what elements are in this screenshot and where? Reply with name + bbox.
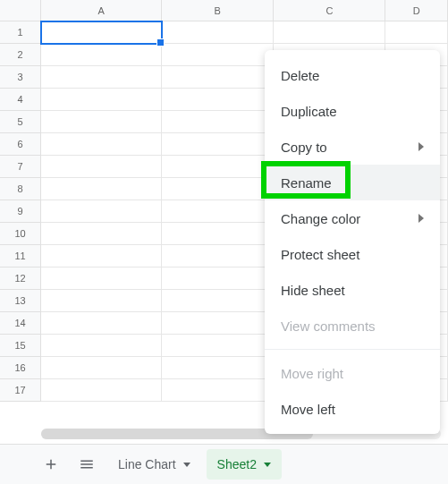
column-header-B[interactable]: B	[162, 0, 274, 21]
row-header[interactable]: 5	[0, 111, 41, 133]
cell[interactable]	[162, 89, 274, 111]
menu-icon	[79, 456, 95, 472]
row-header[interactable]: 4	[0, 89, 41, 111]
row-header[interactable]: 3	[0, 66, 41, 89]
cell[interactable]	[162, 245, 274, 267]
menu-item-label: Hide sheet	[281, 283, 345, 298]
cell[interactable]	[162, 178, 274, 200]
menu-item-label: Rename	[281, 175, 332, 191]
cell[interactable]	[162, 156, 274, 178]
column-header-C[interactable]: C	[274, 0, 385, 21]
row-header[interactable]: 11	[0, 245, 41, 267]
menu-item-duplicate[interactable]: Duplicate	[265, 93, 440, 129]
menu-item-hide-sheet[interactable]: Hide sheet	[265, 272, 440, 308]
cell[interactable]	[162, 44, 274, 66]
menu-item-move-left[interactable]: Move left	[265, 391, 440, 427]
cell[interactable]	[41, 156, 162, 178]
row-header[interactable]: 8	[0, 178, 41, 200]
select-all-corner[interactable]	[0, 0, 41, 21]
chevron-right-icon	[418, 142, 424, 151]
sheet-tab-sheet2[interactable]: Sheet2	[207, 449, 282, 480]
menu-item-label: Move left	[281, 402, 335, 417]
row-header[interactable]: 12	[0, 267, 41, 290]
cell[interactable]	[41, 21, 162, 44]
cell[interactable]	[41, 267, 162, 290]
cell[interactable]	[162, 335, 274, 357]
menu-item-change-color[interactable]: Change color	[265, 200, 440, 236]
cell[interactable]	[162, 312, 274, 335]
cell[interactable]	[162, 200, 274, 223]
menu-item-label: Duplicate	[281, 104, 337, 119]
cell[interactable]	[385, 21, 448, 44]
column-header-D[interactable]: D	[385, 0, 448, 21]
cell[interactable]	[41, 245, 162, 267]
cell[interactable]	[274, 21, 385, 44]
cell[interactable]	[41, 357, 162, 379]
row-header[interactable]: 9	[0, 200, 41, 223]
menu-item-label: View comments	[281, 318, 376, 334]
chevron-right-icon	[418, 214, 424, 223]
sheet-tab-label: Line Chart	[118, 457, 176, 471]
sheet-tab-bar: Line Chart Sheet2	[0, 444, 448, 484]
row-header[interactable]: 7	[0, 156, 41, 178]
menu-item-copy-to[interactable]: Copy to	[265, 129, 440, 165]
cell[interactable]	[41, 66, 162, 89]
cell[interactable]	[41, 335, 162, 357]
cell[interactable]	[162, 66, 274, 89]
row-header[interactable]: 16	[0, 357, 41, 379]
row-header[interactable]: 14	[0, 312, 41, 335]
menu-item-view-comments: View comments	[265, 308, 440, 344]
sheet-context-menu: Delete Duplicate Copy to Rename Change c…	[265, 50, 440, 434]
menu-item-protect-sheet[interactable]: Protect sheet	[265, 236, 440, 272]
cell[interactable]	[41, 133, 162, 156]
menu-item-move-right: Move right	[265, 355, 440, 391]
cell[interactable]	[41, 89, 162, 111]
cell[interactable]	[162, 357, 274, 379]
grid-row: 1	[0, 21, 448, 44]
sheet-tab-label: Sheet2	[217, 457, 257, 471]
plus-icon	[43, 456, 59, 472]
all-sheets-button[interactable]	[72, 449, 102, 480]
row-header[interactable]: 10	[0, 223, 41, 245]
cell[interactable]	[162, 133, 274, 156]
row-header[interactable]: 1	[0, 21, 41, 44]
menu-item-label: Protect sheet	[281, 247, 359, 262]
add-sheet-button[interactable]	[36, 449, 66, 480]
cell[interactable]	[162, 379, 274, 402]
cell[interactable]	[41, 290, 162, 312]
cell[interactable]	[41, 223, 162, 245]
menu-item-label: Delete	[281, 68, 319, 83]
menu-divider	[265, 349, 440, 350]
cell[interactable]	[41, 312, 162, 335]
chevron-down-icon	[264, 463, 271, 467]
cell[interactable]	[41, 178, 162, 200]
row-header[interactable]: 17	[0, 379, 41, 402]
cell[interactable]	[162, 290, 274, 312]
cell[interactable]	[41, 200, 162, 223]
cell[interactable]	[41, 44, 162, 66]
row-header[interactable]: 6	[0, 133, 41, 156]
cell[interactable]	[162, 267, 274, 290]
cell[interactable]	[162, 223, 274, 245]
chevron-down-icon	[183, 463, 190, 467]
row-header[interactable]: 15	[0, 335, 41, 357]
menu-item-rename[interactable]: Rename	[265, 165, 440, 200]
column-header-A[interactable]: A	[41, 0, 162, 21]
cell[interactable]	[41, 111, 162, 133]
menu-item-label: Move right	[281, 366, 343, 381]
menu-item-delete[interactable]: Delete	[265, 57, 440, 93]
sheet-tab-line-chart[interactable]: Line Chart	[107, 449, 201, 480]
menu-item-label: Change color	[281, 211, 360, 226]
row-header[interactable]: 13	[0, 290, 41, 312]
cell[interactable]	[41, 379, 162, 402]
cell[interactable]	[162, 111, 274, 133]
cell[interactable]	[162, 21, 274, 44]
menu-item-label: Copy to	[281, 140, 327, 155]
column-headers-row: A B C D	[0, 0, 448, 21]
row-header[interactable]: 2	[0, 44, 41, 66]
